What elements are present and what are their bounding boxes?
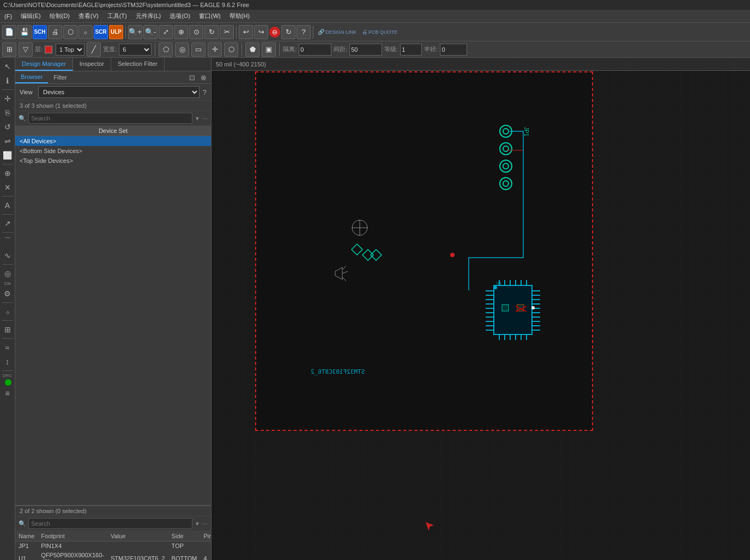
view-select[interactable]: Devices: [38, 86, 199, 98]
lt-sep9: [2, 338, 13, 339]
menu-library[interactable]: 元件库(L): [134, 11, 163, 21]
col-footprint: Footprint: [38, 531, 107, 541]
distance-input[interactable]: [349, 44, 382, 56]
add-tool[interactable]: ⊕: [1, 167, 14, 180]
smd-button[interactable]: ▣: [262, 42, 276, 57]
delete-tool[interactable]: ✕: [1, 181, 14, 194]
drc-tool[interactable]: ⚙: [1, 287, 14, 300]
sub-tab-actions: ⊡ ⊗: [187, 72, 211, 83]
info-tool[interactable]: ℹ: [1, 74, 14, 87]
left-toolbar: ↖ ℹ ✛ ⎘ ↺ ⇌ ⬜ ⊕ ✕ A ↗ ⌒ ∿ ◎ 10k ⚙ ⬦ ⊞ ≈ …: [0, 58, 15, 560]
zoom-in-button[interactable]: 🔍+: [128, 25, 142, 39]
cross-button[interactable]: ✛: [208, 42, 222, 57]
refresh-button[interactable]: ↻: [204, 25, 219, 39]
arc-tool[interactable]: ⌒: [1, 235, 14, 248]
ulp-button[interactable]: ULP: [109, 25, 123, 39]
grid-button[interactable]: ⊞: [2, 42, 16, 57]
device-set-list-header: Device Set: [15, 126, 211, 136]
polygon-button[interactable]: ⬠: [159, 42, 173, 57]
tab-inspector[interactable]: Inspector: [73, 58, 111, 71]
optimize-tool[interactable]: ↕: [1, 355, 14, 368]
filter-button[interactable]: ▽: [19, 42, 33, 57]
device-set-list: <All Devices> <Bottom Side Devices> <Top…: [15, 136, 211, 505]
rect-button[interactable]: ▭: [191, 42, 205, 57]
search-dropdown-2[interactable]: ▼: [195, 521, 200, 527]
search-more-2[interactable]: ···: [202, 520, 208, 527]
row1-value: [107, 541, 168, 551]
pcb-board[interactable]: JP1: [255, 71, 593, 431]
zoom-out-button[interactable]: 🔍-: [143, 25, 158, 39]
sch-button[interactable]: SCH: [33, 25, 47, 39]
canvas-area[interactable]: 50 mil (~400 2150): [211, 58, 750, 560]
settings-icon[interactable]: ⊗: [198, 72, 209, 83]
move-tool[interactable]: ✛: [1, 92, 14, 105]
menu-draw[interactable]: 绘制(D): [47, 11, 72, 21]
device-set-item-bottom[interactable]: <Bottom Side Devices>: [15, 146, 211, 156]
pointer-tool[interactable]: ↖: [1, 60, 14, 73]
measure-tool[interactable]: ⊞: [1, 323, 14, 336]
grade-input[interactable]: [400, 44, 422, 56]
tab-design-manager[interactable]: Design Manager: [15, 58, 73, 71]
search-more-1[interactable]: ···: [202, 114, 208, 122]
spacing-input[interactable]: [299, 44, 331, 56]
zoom-reset-button[interactable]: ⊙: [189, 25, 203, 39]
redo-button[interactable]: ↪: [254, 25, 268, 39]
menu-edit[interactable]: 编辑(E): [19, 11, 43, 21]
hex-button[interactable]: ⬡: [224, 42, 238, 57]
menu-tools[interactable]: 工具(T): [105, 11, 129, 21]
cam-button[interactable]: ⬡: [63, 25, 77, 39]
menu-view[interactable]: 查看(V): [76, 11, 101, 21]
copy-tool[interactable]: ⎘: [1, 106, 14, 119]
drc-button[interactable]: ⬦: [78, 25, 93, 39]
group-tool[interactable]: ⬜: [1, 149, 14, 162]
row2-value: STM32F103C8T6_2: [107, 551, 168, 561]
sub-tab-filter[interactable]: Filter: [48, 72, 72, 83]
rotate-tool[interactable]: ↺: [1, 120, 14, 133]
device-sets-search[interactable]: [28, 113, 192, 124]
help-icon[interactable]: ?: [203, 88, 207, 96]
device-set-item-top[interactable]: <Top Side Devices>: [15, 156, 211, 166]
tab-selection-filter[interactable]: Selection Filter: [111, 58, 165, 71]
device-set-item-all[interactable]: <All Devices>: [15, 136, 211, 146]
drc-label: DRC: [3, 373, 12, 378]
layer-select[interactable]: 1 Top: [56, 44, 84, 56]
scr-button[interactable]: SCR: [94, 25, 108, 39]
help-button[interactable]: ?: [297, 25, 311, 39]
save-button[interactable]: 💾: [17, 25, 32, 39]
col-side: Side: [168, 531, 201, 541]
zoom-select-button[interactable]: ⊕: [174, 25, 188, 39]
left-panel: Design Manager Inspector Selection Filte…: [15, 58, 211, 560]
pad-button[interactable]: ⬟: [245, 42, 259, 57]
undo-button[interactable]: ↩: [239, 25, 253, 39]
netlist-tool[interactable]: ≡: [1, 387, 14, 400]
new-button[interactable]: 📄: [2, 25, 16, 39]
devices-search[interactable]: [28, 518, 192, 529]
search-dropdown-1[interactable]: ▼: [195, 115, 200, 121]
menu-file[interactable]: (F): [2, 12, 14, 21]
sub-tab-browser[interactable]: Browser: [15, 71, 48, 83]
text-tool[interactable]: A: [1, 199, 14, 212]
menu-options[interactable]: 选项(O): [167, 11, 192, 21]
stop-button[interactable]: ⊖: [269, 27, 280, 38]
menu-help[interactable]: 帮助(H): [227, 11, 252, 21]
spin-button[interactable]: ↻: [281, 25, 295, 39]
via-tool[interactable]: ◎: [1, 267, 14, 280]
wire-tool[interactable]: ∿: [1, 249, 14, 262]
lt-sep4: [2, 214, 13, 215]
lt-sep8: [2, 320, 13, 321]
zoom-to-fit-icon[interactable]: ⊡: [187, 72, 197, 83]
table-row[interactable]: U1 QFP50P900X900X160-48N STM32F103C8T6_2…: [15, 551, 211, 561]
table-row[interactable]: JP1 PIN1X4 TOP: [15, 541, 211, 551]
mirror-tool[interactable]: ⇌: [1, 135, 14, 148]
circle-button[interactable]: ◎: [175, 42, 189, 57]
zoom-fit-button[interactable]: ⤢: [159, 25, 173, 39]
line-btn[interactable]: ╱: [87, 42, 101, 57]
ratsnest-tool[interactable]: ≈: [1, 341, 14, 354]
property-tool[interactable]: ⬦: [1, 305, 14, 318]
route-tool[interactable]: ↗: [1, 217, 14, 230]
print-button[interactable]: 🖨: [48, 25, 62, 39]
radius-input[interactable]: [440, 44, 467, 56]
width-select[interactable]: 6: [119, 44, 152, 56]
cut-button[interactable]: ✂: [220, 25, 234, 39]
menu-window[interactable]: 窗口(W): [197, 11, 223, 21]
